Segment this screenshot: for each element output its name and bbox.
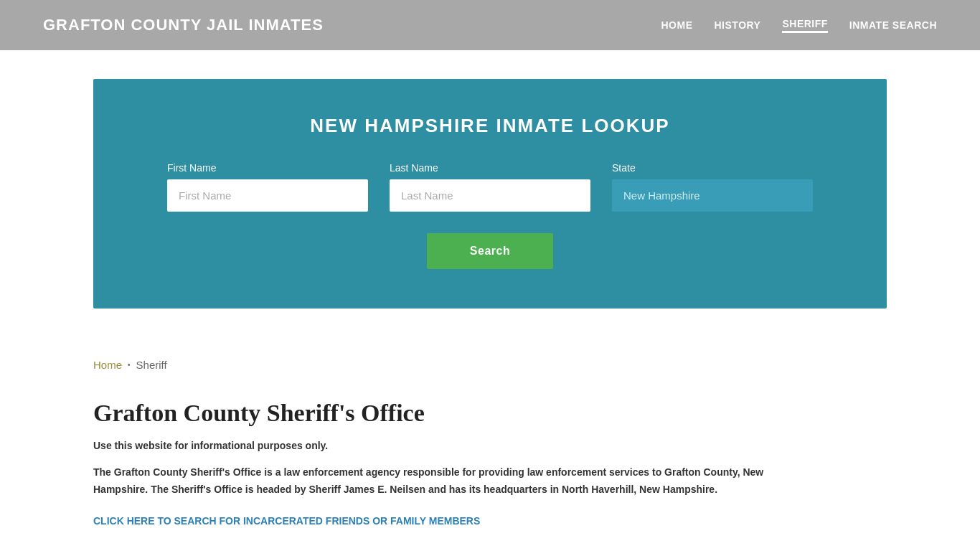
first-name-label: First Name (167, 162, 368, 174)
disclaimer-text: Use this website for informational purpo… (93, 440, 887, 451)
search-link[interactable]: CLICK HERE to Search for Incarcerated Fr… (93, 515, 480, 527)
breadcrumb-separator: • (128, 361, 131, 369)
search-section-title: New Hampshire Inmate Lookup (122, 115, 858, 137)
nav-inmate-search[interactable]: Inmate Search (849, 19, 937, 31)
nav-home[interactable]: Home (661, 19, 693, 31)
last-name-group: Last Name (390, 162, 590, 212)
last-name-label: Last Name (390, 162, 590, 174)
inmate-lookup-section: New Hampshire Inmate Lookup First Name L… (93, 79, 887, 309)
breadcrumb-home[interactable]: Home (93, 359, 122, 371)
breadcrumb-current: Sheriff (136, 359, 167, 371)
first-name-group: First Name (167, 162, 368, 212)
search-button[interactable]: Search (427, 233, 553, 269)
search-button-row: Search (122, 233, 858, 269)
page-title: Grafton County Sheriff's Office (93, 400, 887, 427)
state-group: State (612, 162, 813, 212)
site-header: Grafton County Jail Inmates Home History… (0, 0, 980, 50)
nav-sheriff[interactable]: Sheriff (782, 18, 827, 33)
search-fields-row: First Name Last Name State (122, 162, 858, 212)
breadcrumb: Home • Sheriff (93, 359, 887, 371)
last-name-input[interactable] (390, 179, 590, 212)
first-name-input[interactable] (167, 179, 368, 212)
main-nav: Home History Sheriff Inmate Search (661, 18, 938, 33)
state-label: State (612, 162, 813, 174)
description-text: The Grafton County Sheriff's Office is a… (93, 464, 811, 499)
site-title: Grafton County Jail Inmates (43, 16, 324, 34)
state-input[interactable] (612, 179, 813, 212)
nav-history[interactable]: History (715, 19, 761, 31)
main-content: Home • Sheriff Grafton County Sheriff's … (0, 337, 980, 551)
